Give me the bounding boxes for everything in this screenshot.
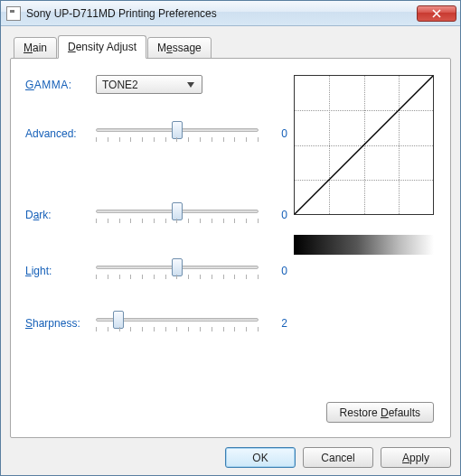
light-value: 0 [269,265,287,277]
gradient-preview [294,235,434,255]
advanced-slider[interactable] [96,121,259,146]
apply-label: Apply [402,452,429,464]
cancel-button[interactable]: Cancel [303,447,373,468]
ok-label: OK [252,452,268,464]
slider-thumb[interactable] [172,202,183,220]
tabstrip: Main Density Adjust Message [10,35,451,59]
density-adjust-panel: GAMMA: TONE2 Advanced: [10,58,451,438]
restore-defaults-label: Restore Defaults [340,406,420,419]
gamma-value: TONE2 [102,79,183,91]
client-area: Main Density Adjust Message GAMMA: TONE2 [1,26,460,475]
tab-message[interactable]: Message [147,37,212,59]
sharpness-slider[interactable] [96,311,259,336]
cancel-label: Cancel [321,452,354,464]
slider-thumb[interactable] [172,121,183,139]
sharpness-row: Sharpness: 2 [25,311,296,336]
close-icon [432,9,441,18]
slider-ticks [96,327,259,334]
chevron-down-icon [183,82,198,88]
sliders-column: Advanced: 0 Dark: [25,121,296,354]
restore-row: Restore Defaults [326,402,434,423]
gamma-dropdown[interactable]: TONE2 [96,75,202,94]
ok-button[interactable]: OK [225,447,296,468]
gamma-label: GAMMA: [25,79,96,91]
tone-curve-graph [294,75,434,215]
sharpness-label: Sharpness: [25,317,96,330]
dark-slider[interactable] [96,202,259,228]
tab-density-adjust[interactable]: Density Adjust [58,35,146,59]
dark-value: 0 [269,209,287,221]
close-button[interactable] [417,5,456,22]
slider-ticks [96,275,259,282]
advanced-label: Advanced: [25,127,96,140]
window-title: Sony UP-D711MD Printing Preferences [26,7,417,20]
tab-message-label: Message [157,42,202,54]
slider-ticks [96,219,259,226]
tone-curve-line [295,76,433,214]
light-row: Light: 0 [25,258,296,284]
slider-ticks [96,137,259,145]
slider-thumb[interactable] [113,311,124,329]
light-slider[interactable] [96,258,259,284]
dialog-footer: OK Cancel Apply [10,438,451,468]
graph-area [294,75,434,255]
titlebar: Sony UP-D711MD Printing Preferences [1,1,460,26]
apply-button[interactable]: Apply [381,447,451,468]
tab-main[interactable]: Main [14,37,57,59]
light-label: Light: [25,265,96,277]
slider-thumb[interactable] [172,258,183,276]
restore-defaults-button[interactable]: Restore Defaults [326,402,434,423]
dialog-window: Sony UP-D711MD Printing Preferences Main… [0,0,461,476]
tab-density-label: Density Adjust [68,41,136,53]
tab-main-label: Main [24,42,47,54]
sharpness-value: 2 [269,317,287,330]
printer-icon [6,6,21,21]
advanced-value: 0 [269,127,287,140]
dark-row: Dark: 0 [25,202,296,228]
dark-label: Dark: [25,209,96,221]
svg-line-0 [295,76,433,214]
advanced-row: Advanced: 0 [25,121,296,146]
